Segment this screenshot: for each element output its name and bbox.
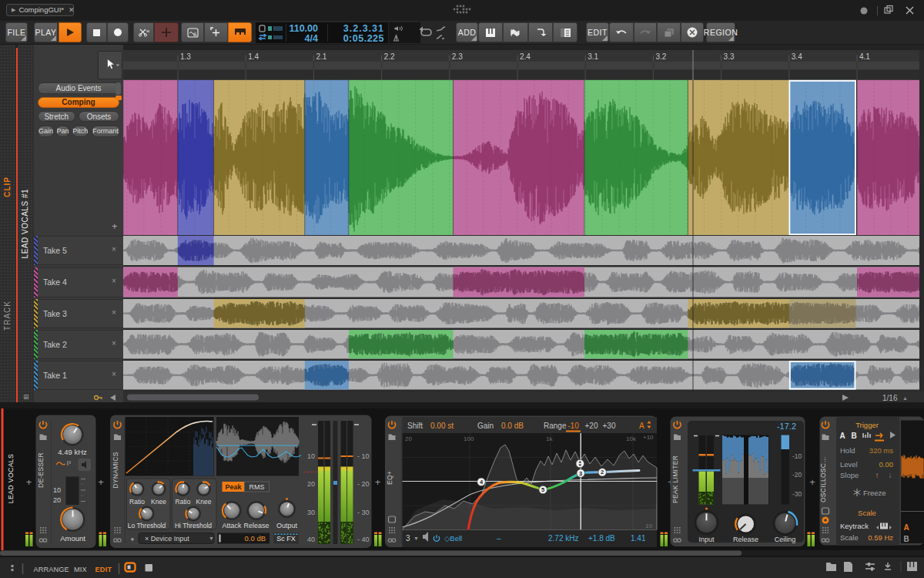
svg-text:30: 30: [307, 509, 315, 516]
svg-text:3: 3: [579, 470, 582, 477]
svg-text:w: w: [192, 32, 197, 37]
svg-text:2: 2: [601, 469, 604, 476]
svg-text:PEAK LIMITER: PEAK LIMITER: [671, 455, 679, 503]
svg-text:4.49 kHz: 4.49 kHz: [58, 448, 87, 456]
svg-text:RMS: RMS: [249, 483, 265, 491]
svg-text:+10: +10: [643, 434, 654, 441]
svg-text:20: 20: [307, 480, 315, 488]
svg-text:▼: ▼: [209, 536, 214, 541]
svg-text:Hi Threshold: Hi Threshold: [175, 522, 212, 529]
svg-text:- 40: - 40: [357, 536, 370, 543]
svg-text:40: 40: [307, 536, 315, 543]
svg-text:-30: -30: [792, 490, 802, 498]
svg-text:- 20: - 20: [357, 480, 370, 488]
svg-text:+: +: [98, 476, 104, 488]
svg-text:Knee: Knee: [196, 498, 212, 506]
svg-text:2.2: 2.2: [384, 52, 395, 61]
svg-text:- 30: - 30: [357, 509, 370, 516]
svg-text:0.0 dB: 0.0 dB: [501, 422, 524, 430]
svg-text:5: 5: [541, 486, 544, 493]
svg-text:+: +: [375, 476, 381, 488]
svg-text:Scale: Scale: [858, 509, 876, 517]
svg-text:0.00 st: 0.00 st: [430, 422, 454, 430]
svg-text:●: ●: [131, 536, 135, 543]
svg-text:-20: -20: [792, 471, 802, 479]
svg-text:Peak: Peak: [225, 483, 242, 491]
svg-text:10: 10: [307, 452, 315, 460]
svg-text:1.4: 1.4: [248, 52, 259, 61]
svg-text:0.0 dB: 0.0 dB: [245, 534, 266, 543]
svg-text:0.59 Hz: 0.59 Hz: [868, 533, 893, 542]
svg-text:+30: +30: [603, 422, 616, 430]
svg-text:Attack: Attack: [222, 522, 242, 529]
svg-text:ARRANGE: ARRANGE: [34, 566, 69, 573]
svg-text:▲: ▲: [902, 395, 908, 401]
svg-text:Keytrack: Keytrack: [840, 522, 869, 530]
svg-text:Hold: Hold: [840, 446, 855, 455]
svg-text:3.2: 3.2: [655, 52, 666, 61]
svg-text:× Device Input: × Device Input: [145, 535, 189, 543]
svg-text:DYNAMICS: DYNAMICS: [112, 452, 119, 488]
svg-text:320 ms: 320 ms: [869, 446, 893, 455]
svg-text:+20: +20: [585, 422, 598, 430]
svg-text:20: 20: [53, 496, 61, 504]
svg-text:Freeze: Freeze: [863, 489, 886, 497]
svg-text:Release: Release: [243, 522, 269, 529]
svg-text:3.4: 3.4: [792, 52, 802, 61]
svg-text:Slope: Slope: [840, 471, 859, 479]
svg-text:Sc FX: Sc FX: [276, 535, 296, 543]
svg-text:Ratio: Ratio: [176, 498, 191, 506]
svg-text:0.00: 0.00: [879, 460, 894, 469]
svg-text:Ceiling: Ceiling: [775, 536, 796, 543]
svg-text:↓: ↓: [889, 471, 892, 479]
svg-text:+: +: [26, 476, 32, 488]
svg-text:A: A: [839, 432, 845, 440]
svg-text:Release: Release: [733, 536, 758, 543]
svg-text:↑: ↑: [875, 471, 879, 479]
svg-text:4.1: 4.1: [859, 52, 870, 61]
svg-text:Level: Level: [840, 460, 858, 469]
svg-text:-17.2: -17.2: [777, 422, 796, 431]
svg-text:20: 20: [405, 435, 412, 442]
svg-text:DE-ESSER: DE-ESSER: [37, 452, 45, 488]
svg-text:- 10: - 10: [357, 452, 370, 460]
svg-text:Gain: Gain: [477, 422, 494, 430]
svg-text:1/16: 1/16: [882, 394, 898, 402]
svg-text:Range: Range: [544, 422, 567, 430]
svg-text:▼: ▼: [413, 536, 419, 541]
svg-text:MIX: MIX: [74, 566, 87, 573]
svg-text:OSCILLOSC…: OSCILLOSC…: [819, 456, 827, 502]
svg-text:4/4: 4/4: [305, 32, 318, 43]
svg-text:◇Bell: ◇Bell: [444, 534, 462, 543]
svg-text:A: A: [639, 422, 644, 430]
svg-text:1.41: 1.41: [631, 534, 646, 543]
svg-text:Input: Input: [698, 536, 715, 543]
svg-text:1k: 1k: [546, 435, 553, 442]
svg-text:+: +: [809, 476, 815, 488]
svg-text:0:05.225: 0:05.225: [343, 32, 384, 43]
svg-text:-10: -10: [792, 452, 802, 460]
svg-text:+1.8 dB: +1.8 dB: [588, 534, 615, 543]
svg-text:Scale: Scale: [840, 533, 859, 542]
svg-text:2.1: 2.1: [316, 52, 326, 61]
svg-text:100: 100: [464, 435, 474, 442]
svg-text:A: A: [903, 523, 909, 532]
svg-text:-10: -10: [567, 422, 579, 430]
svg-text:10k: 10k: [626, 435, 637, 442]
svg-text:10: 10: [53, 486, 61, 494]
svg-text:Lo Threshold: Lo Threshold: [128, 522, 166, 529]
svg-text:2.72 kHz: 2.72 kHz: [548, 534, 578, 543]
svg-text:Shift: Shift: [407, 422, 423, 430]
svg-text:B: B: [851, 432, 856, 440]
svg-text:Output: Output: [276, 522, 298, 529]
svg-text:Ratio: Ratio: [129, 498, 145, 506]
svg-text:–: –: [497, 534, 501, 543]
svg-text:LEAD VOCALS: LEAD VOCALS: [7, 454, 15, 503]
svg-text:3.1: 3.1: [588, 52, 598, 61]
svg-text:3.3: 3.3: [724, 52, 735, 61]
svg-text:2.4: 2.4: [520, 52, 531, 61]
svg-text:2.3: 2.3: [452, 52, 463, 61]
svg-text:w: w: [146, 29, 149, 33]
svg-text:3: 3: [406, 534, 410, 543]
svg-text:B: B: [903, 535, 909, 543]
